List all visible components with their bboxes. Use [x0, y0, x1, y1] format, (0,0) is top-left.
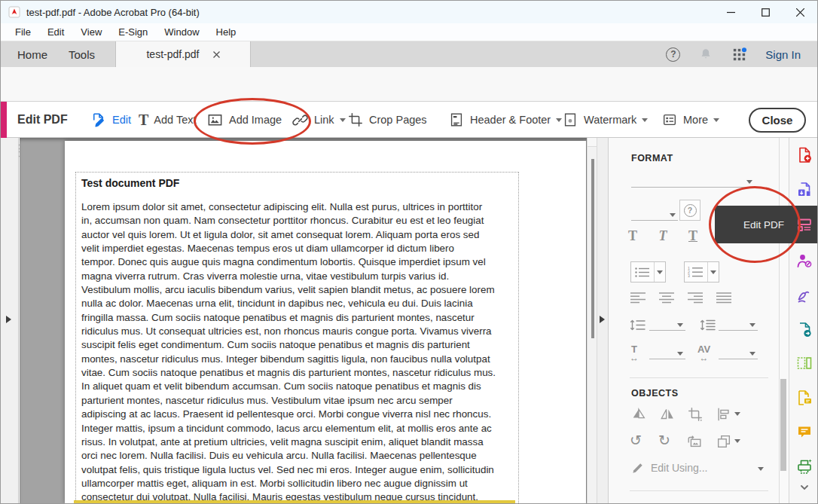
font-family-dropdown[interactable]	[631, 168, 755, 188]
menu-help[interactable]: Help	[208, 26, 245, 38]
scrollbar-thumb[interactable]	[591, 159, 594, 338]
combine-files-icon[interactable]	[795, 181, 813, 199]
document-view-area: Test document PDF Lorem ipsum dolor sit …	[20, 138, 587, 503]
objects-section-title: OBJECTS	[631, 388, 679, 399]
arrange-objects-icon[interactable]	[716, 433, 732, 450]
chevron-down-icon[interactable]	[734, 439, 740, 443]
collapse-right-panel-icon[interactable]	[600, 316, 605, 323]
document-body-text: Lorem ipsum dolor sit amet, consectetur …	[81, 200, 513, 504]
underline-button[interactable]: T	[681, 228, 705, 244]
menu-edit[interactable]: Edit	[39, 26, 72, 38]
document-scrollbar[interactable]	[587, 138, 597, 503]
header-footer-label: Header & Footer	[470, 114, 551, 126]
request-signatures-icon[interactable]	[795, 252, 813, 270]
app-launcher-grid-icon[interactable]	[731, 47, 747, 63]
character-spacing-dropdown[interactable]	[719, 341, 758, 359]
paragraph-spacing-dropdown[interactable]	[719, 313, 758, 331]
horizontal-scale-dropdown[interactable]	[649, 341, 685, 359]
font-size-dropdown[interactable]	[631, 201, 678, 221]
edit-tool-label: Edit	[112, 114, 131, 126]
send-for-comments-icon[interactable]	[795, 389, 813, 407]
close-edit-pdf-button[interactable]: Close	[749, 108, 806, 133]
flip-horizontal-icon[interactable]	[658, 406, 676, 423]
bold-button[interactable]: T	[621, 228, 645, 244]
edit-page-pencil-icon	[90, 111, 107, 129]
tab-tools[interactable]: Tools	[58, 41, 105, 67]
pencil-icon	[630, 460, 646, 475]
close-tab-icon[interactable]	[213, 51, 220, 58]
annotation-circle-add-image	[194, 98, 311, 145]
maximize-button[interactable]	[748, 1, 783, 23]
tab-bar: Home Tools test-pdf.pdf ? Sign In	[1, 41, 817, 67]
edit-tool-button[interactable]: Edit	[90, 102, 131, 138]
menu-bar: File Edit View E-Sign Window Help	[1, 23, 817, 41]
help-icon[interactable]: ?	[666, 47, 680, 62]
crop-object-icon[interactable]	[687, 406, 704, 423]
pdf-page[interactable]: Test document PDF Lorem ipsum dolor sit …	[65, 141, 586, 503]
chevron-down-icon[interactable]	[734, 412, 740, 416]
horizontal-scale-icon: T↔	[630, 344, 639, 362]
scan-ocr-icon[interactable]	[795, 458, 813, 476]
watermark-button[interactable]: Watermark	[562, 102, 648, 138]
menu-file[interactable]: File	[7, 26, 39, 38]
panel-divider	[630, 490, 768, 491]
bulleted-list-button[interactable]	[630, 261, 666, 283]
format-panel-title: FORMAT	[631, 153, 673, 163]
paragraph-spacing-icon	[700, 319, 716, 331]
numbered-list-dropdown[interactable]	[707, 262, 719, 282]
quick-toolbar: 1 / 1 82.8% •••	[1, 67, 817, 102]
text-block-frame[interactable]: Test document PDF Lorem ipsum dolor sit …	[75, 172, 519, 504]
numbered-list-button[interactable]: 123	[684, 261, 719, 283]
close-window-button[interactable]	[783, 1, 817, 23]
notifications-bell-icon[interactable]	[698, 47, 713, 62]
organize-pages-icon[interactable]	[795, 354, 813, 372]
align-center-icon[interactable]	[658, 292, 675, 304]
document-tab-label: test-pdf.pdf	[146, 48, 199, 60]
align-justify-icon[interactable]	[716, 292, 732, 304]
rotate-clockwise-icon[interactable]: ↻	[658, 433, 670, 447]
chevron-down-icon	[556, 118, 562, 122]
tab-home[interactable]: Home	[7, 41, 58, 67]
export-pdf-icon[interactable]	[795, 321, 813, 339]
add-text-button[interactable]: T Add Text	[139, 102, 197, 138]
chevron-down-icon[interactable]	[758, 467, 764, 471]
sign-in-button[interactable]: Sign In	[765, 48, 801, 61]
align-left-icon[interactable]	[630, 292, 646, 304]
line-spacing-dropdown[interactable]	[649, 313, 685, 331]
align-objects-icon[interactable]	[716, 406, 732, 423]
menu-window[interactable]: Window	[156, 26, 207, 38]
create-pdf-icon[interactable]	[795, 146, 813, 164]
tab-document[interactable]: test-pdf.pdf	[115, 41, 251, 67]
document-heading: Test document PDF	[81, 177, 513, 189]
more-dropdown-button[interactable]: More	[661, 102, 719, 138]
italic-button[interactable]: T	[651, 228, 675, 244]
replace-image-icon[interactable]	[685, 433, 704, 450]
watermark-icon	[562, 111, 578, 128]
edit-using-label[interactable]: Edit Using...	[651, 462, 707, 474]
fill-sign-icon[interactable]	[795, 286, 813, 304]
add-text-label: Add Text	[154, 114, 196, 126]
header-footer-icon	[448, 111, 465, 128]
format-help-button[interactable]: ?	[679, 200, 700, 221]
menu-esign[interactable]: E-Sign	[110, 26, 156, 38]
minimize-button[interactable]	[713, 1, 748, 23]
tools-rail	[789, 138, 818, 503]
help-icon: ?	[684, 204, 697, 217]
rotate-counterclockwise-icon[interactable]: ↺	[630, 433, 642, 447]
menu-view[interactable]: View	[72, 26, 110, 38]
panel-scrollbar-thumb[interactable]	[780, 379, 786, 471]
acrobat-window: test-pdf.pdf - Adobe Acrobat Pro (64-bit…	[0, 0, 818, 504]
link-label: Link	[314, 114, 334, 126]
align-right-icon[interactable]	[687, 292, 704, 304]
crop-pages-label: Crop Pages	[369, 114, 427, 126]
more-tools-chevron-icon[interactable]	[795, 483, 813, 493]
chevron-down-icon	[642, 118, 648, 122]
comment-rail-icon[interactable]	[795, 423, 813, 441]
bulleted-list-dropdown[interactable]	[654, 262, 665, 282]
header-footer-button[interactable]: Header & Footer	[448, 102, 562, 138]
watermark-label: Watermark	[584, 114, 636, 126]
flip-vertical-icon[interactable]	[630, 406, 648, 423]
crop-pages-button[interactable]: Crop Pages	[347, 102, 427, 138]
expand-left-panel-icon[interactable]	[6, 316, 11, 323]
window-title: test-pdf.pdf - Adobe Acrobat Pro (64-bit…	[26, 7, 200, 18]
